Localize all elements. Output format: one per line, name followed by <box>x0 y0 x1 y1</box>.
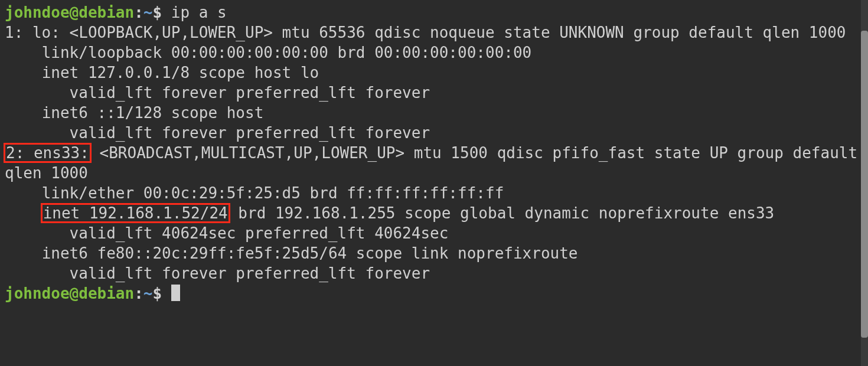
output-line: inet6 ::1/128 scope host <box>5 104 273 122</box>
command-text: ip a s <box>171 4 227 21</box>
terminal[interactable]: johndoe@debian:~$ ip a s 1: lo: <LOOPBAC… <box>0 0 868 366</box>
output-line: valid_lft forever preferred_lft forever <box>5 264 430 282</box>
prompt-at: @ <box>70 4 79 21</box>
prompt-user: johndoe <box>5 4 70 21</box>
prompt-path: ~ <box>143 4 153 21</box>
highlight-inet-address: inet 192.168.1.52/24 <box>42 204 229 222</box>
prompt-dollar: $ <box>152 285 171 302</box>
output-line: inet 192.168.1.52/24 brd 192.168.1.255 s… <box>5 204 774 222</box>
prompt-path: ~ <box>143 285 153 302</box>
cursor[interactable] <box>171 285 180 301</box>
prompt-host: debian <box>79 4 134 21</box>
prompt-line-2: johndoe@debian:~$ <box>5 285 180 302</box>
prompt-line-1: johndoe@debian:~$ ip a s <box>5 4 227 21</box>
output-line: inet 127.0.0.1/8 scope host lo <box>5 64 319 81</box>
output-text <box>5 204 42 222</box>
prompt-dollar: $ <box>152 4 171 21</box>
prompt-host: debian <box>79 285 134 302</box>
scrollbar-thumb[interactable] <box>861 31 868 338</box>
output-line: link/ether 00:0c:29:5f:25:d5 brd ff:ff:f… <box>5 184 504 202</box>
output-line: 1: lo: <LOOPBACK,UP,LOWER_UP> mtu 65536 … <box>5 24 846 41</box>
output-line: valid_lft forever preferred_lft forever <box>5 124 430 142</box>
output-text: brd 192.168.1.255 scope global dynamic n… <box>229 204 775 222</box>
highlight-interface-name: 2: ens33: <box>5 144 90 162</box>
output-text: <BROADCAST,MULTICAST,UP,LOWER_UP> mtu 15… <box>5 144 867 182</box>
output-line: valid_lft 40624sec preferred_lft 40624se… <box>5 224 448 242</box>
prompt-colon: : <box>134 4 143 21</box>
prompt-user: johndoe <box>5 285 70 302</box>
output-line: inet6 fe80::20c:29ff:fe5f:25d5/64 scope … <box>5 244 587 262</box>
output-line: valid_lft forever preferred_lft forever <box>5 84 430 102</box>
scrollbar-track[interactable] <box>861 0 868 366</box>
output-line: link/loopback 00:00:00:00:00:00 brd 00:0… <box>5 44 531 61</box>
prompt-at: @ <box>70 285 79 302</box>
prompt-colon: : <box>134 285 143 302</box>
output-line: 2: ens33: <BROADCAST,MULTICAST,UP,LOWER_… <box>5 144 867 182</box>
